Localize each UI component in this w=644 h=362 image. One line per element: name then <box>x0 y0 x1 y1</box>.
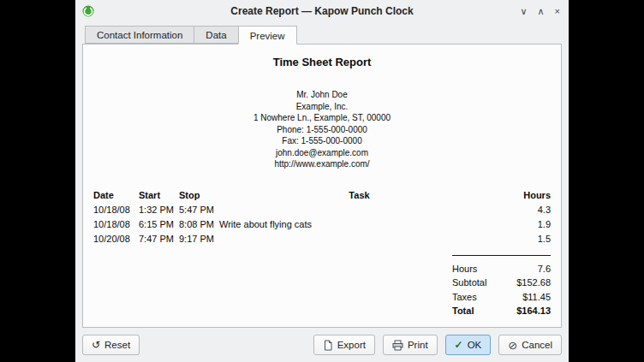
cell-hours: 4.3 <box>499 203 551 217</box>
cell-date: 10/18/08 <box>93 203 139 217</box>
contact-line: Example, Inc. <box>93 101 551 113</box>
summary-block: Hours 7.6 Subtotal $152.68 Taxes $11.45 … <box>452 255 551 318</box>
summary-row-hours: Hours 7.6 <box>452 262 551 276</box>
header-hours: Hours <box>499 188 551 203</box>
cell-task <box>219 232 499 246</box>
contact-line: Phone: 1-555-000-0000 <box>93 124 551 136</box>
reset-button-label: Reset <box>104 340 130 350</box>
cell-hours: 1.5 <box>499 232 551 246</box>
tabbar: Contact Information Data Preview <box>85 26 562 44</box>
cell-task <box>219 203 499 217</box>
summary-value: $152.68 <box>516 276 551 290</box>
ok-button[interactable]: ✓ OK <box>445 335 492 355</box>
cell-hours: 1.9 <box>499 217 551 232</box>
header-stop: Stop <box>179 188 219 203</box>
cell-date: 10/20/08 <box>93 232 139 246</box>
cancel-button-label: Cancel <box>522 340 552 350</box>
print-icon <box>392 340 403 351</box>
window-controls: ∨ ∧ × <box>520 0 560 22</box>
cancel-button[interactable]: ⊘ Cancel <box>498 335 562 355</box>
tab-data[interactable]: Data <box>194 26 237 44</box>
report-title: Time Sheet Report <box>93 56 551 68</box>
window-title: Create Report — Kapow Punch Clock <box>230 5 413 17</box>
app-icon <box>82 5 94 17</box>
maximize-button[interactable]: ∧ <box>538 7 545 16</box>
summary-row-total: Total $164.13 <box>452 304 551 318</box>
minimize-button[interactable]: ∨ <box>520 7 527 16</box>
cell-start: 7:47 PM <box>139 232 179 246</box>
print-button-label: Print <box>408 340 428 350</box>
summary-label: Hours <box>452 262 477 276</box>
cell-stop: 9:17 PM <box>179 232 219 246</box>
header-start: Start <box>139 188 179 203</box>
titlebar: Create Report — Kapow Punch Clock ∨ ∧ × <box>75 0 569 22</box>
cell-task: Write about flying cats <box>219 217 499 232</box>
export-icon <box>323 340 333 351</box>
contact-line: 1 Nowhere Ln., Example, ST, 00000 <box>93 112 551 124</box>
contact-line: john.doe@example.com <box>93 147 551 159</box>
create-report-dialog: Create Report — Kapow Punch Clock ∨ ∧ × … <box>75 0 569 362</box>
contact-line: Fax: 1-555-000-0000 <box>93 135 551 147</box>
button-row: ↺ Reset Export Print ✓ <box>75 328 569 362</box>
summary-value: $11.45 <box>522 290 551 305</box>
cell-stop: 5:47 PM <box>179 203 219 217</box>
timesheet-table: Date Start Stop Task Hours 10/18/08 1:32… <box>93 188 551 246</box>
contact-line: Mr. John Doe <box>93 89 551 101</box>
cell-start: 1:32 PM <box>139 203 179 217</box>
summary-label: Total <box>452 304 474 318</box>
cell-start: 6:15 PM <box>139 217 179 232</box>
export-button-label: Export <box>337 340 366 350</box>
summary-value: $164.13 <box>516 304 551 318</box>
summary-row-taxes: Taxes $11.45 <box>452 290 551 305</box>
tab-preview[interactable]: Preview <box>238 26 297 45</box>
close-button[interactable]: × <box>555 7 560 16</box>
report: Time Sheet Report Mr. John Doe Example, … <box>83 45 561 325</box>
reset-button[interactable]: ↺ Reset <box>82 335 140 355</box>
summary-label: Subtotal <box>452 276 486 290</box>
reset-icon: ↺ <box>92 340 100 350</box>
tab-contact-information[interactable]: Contact Information <box>85 26 194 44</box>
cell-stop: 8:08 PM <box>179 217 219 232</box>
report-preview-panel: Time Sheet Report Mr. John Doe Example, … <box>82 44 562 328</box>
cell-date: 10/18/08 <box>93 217 139 232</box>
ok-icon: ✓ <box>455 340 463 350</box>
ok-button-label: OK <box>468 340 482 350</box>
contact-block: Mr. John Doe Example, Inc. 1 Nowhere Ln.… <box>93 89 551 170</box>
cancel-icon: ⊘ <box>508 340 517 351</box>
summary-row-subtotal: Subtotal $152.68 <box>452 276 551 290</box>
print-button[interactable]: Print <box>383 335 438 355</box>
header-task: Task <box>219 188 499 203</box>
contact-line: http://www.example.com/ <box>93 158 551 170</box>
export-button[interactable]: Export <box>313 335 375 355</box>
summary-label: Taxes <box>452 290 477 305</box>
header-date: Date <box>93 188 139 203</box>
summary-value: 7.6 <box>538 262 551 276</box>
